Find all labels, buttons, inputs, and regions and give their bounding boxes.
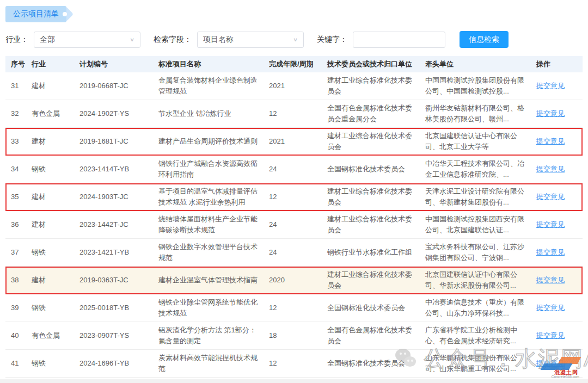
cell-period: 24 bbox=[269, 245, 327, 260]
table-body: 31 建材 2019-0668T-JC 金属复合装饰材料企业绿色制造管理规范 2… bbox=[5, 72, 583, 378]
submit-feedback-link[interactable]: 提交意见 bbox=[536, 109, 565, 118]
table-row: 32 有色金属 2024-1902T-YS 节水型企业 钴冶炼行业 12 全国有… bbox=[5, 100, 583, 128]
cell-period: 12 bbox=[269, 106, 327, 121]
cell-committee: 建材工业综合标准化技术委员会 bbox=[327, 184, 425, 210]
submit-feedback-link[interactable]: 提交意见 bbox=[536, 193, 565, 201]
cell-period: 24 bbox=[269, 162, 327, 177]
cell-committee: 钢铁行业节水标准化工作组 bbox=[327, 245, 425, 260]
cell-plan-no: 2023-1414T-YB bbox=[79, 162, 158, 177]
bottom-divider bbox=[0, 379, 588, 383]
search-field-label: 检索字段： bbox=[154, 35, 192, 45]
cell-committee: 全国钢标准化技术委员会 bbox=[327, 300, 425, 316]
table-row: 35 建材 2024-1903T-JC 基于项目的温室气体减排量评估技术规范 水… bbox=[5, 183, 583, 211]
col-header-plan-no: 计划编号 bbox=[79, 57, 158, 72]
cell-period: 2020 bbox=[269, 273, 327, 288]
col-header-committee: 技术委员会或技术归口单位 bbox=[327, 57, 425, 72]
page: 公示项目清单 行业： 全部 ∨ 检索字段： 项目名称 ∨ 关键字： 信息检索 序… bbox=[0, 0, 588, 383]
industry-label: 行业： bbox=[5, 35, 28, 45]
cell-no: 39 bbox=[5, 300, 32, 316]
table-row: 39 钢铁 2025-0018T-YB 钢铁企业除尘管网系统节能优化技术规范 1… bbox=[5, 294, 583, 322]
cell-committee: 全国钢标准化技术委员会 bbox=[327, 162, 425, 177]
col-header-period: 完成年限/周期 bbox=[269, 57, 327, 72]
table-row: 31 建材 2019-0668T-JC 金属复合装饰材料企业绿色制造管理规范 2… bbox=[5, 72, 583, 100]
cell-period: 12 bbox=[269, 300, 327, 316]
cell-no: 41 bbox=[5, 356, 32, 371]
submit-feedback-link[interactable]: 提交意见 bbox=[536, 276, 565, 284]
section-tag-label: 公示项目清单 bbox=[5, 6, 66, 22]
cell-industry: 钢铁 bbox=[32, 162, 79, 177]
col-header-industry: 行业 bbox=[32, 57, 79, 72]
cell-committee: 全国钢标准化技术委员会 bbox=[327, 356, 425, 371]
submit-feedback-link[interactable]: 提交意见 bbox=[536, 220, 565, 228]
cell-committee: 建材工业综合标准化技术委员会 bbox=[327, 212, 425, 238]
cell-industry: 钢铁 bbox=[32, 300, 79, 316]
submit-feedback-link[interactable]: 提交意见 bbox=[536, 359, 565, 367]
cell-lead: 衢州华友钴新材料有限公司、格林美股份有限公司、赣州... bbox=[425, 101, 536, 127]
col-header-no: 序号 bbox=[5, 57, 32, 72]
cell-industry: 钢铁 bbox=[32, 356, 79, 371]
chevron-down-icon: ∨ bbox=[293, 36, 298, 42]
cell-no: 37 bbox=[5, 245, 32, 260]
cell-lead: 中国国检测试控股集团西安有限公司、北京国建联信认证... bbox=[425, 212, 536, 238]
cell-industry: 有色金属 bbox=[32, 106, 79, 121]
industry-select-value: 全部 bbox=[40, 35, 55, 45]
cell-plan-no: 2024-1696T-YB bbox=[79, 356, 158, 371]
cell-plan-no: 2023-0907T-YS bbox=[79, 328, 158, 343]
cell-no: 35 bbox=[5, 189, 32, 205]
table-row: 38 建材 2019-0363T-JC 建材企业温室气体管理技术指南 2020 … bbox=[5, 267, 583, 294]
cell-period: 12 bbox=[269, 356, 327, 371]
table-header: 序号 行业 计划编号 标准项目名称 完成年限/周期 技术委员会或技术归口单位 牵… bbox=[5, 56, 583, 72]
keyword-label: 关键字： bbox=[317, 35, 347, 45]
cell-committee: 全国有色金属标准化技术委员会 bbox=[327, 323, 425, 349]
submit-feedback-link[interactable]: 提交意见 bbox=[536, 165, 565, 173]
cell-plan-no: 2019-0363T-JC bbox=[79, 273, 158, 288]
cell-period: 12 bbox=[269, 189, 327, 205]
search-button[interactable]: 信息检索 bbox=[460, 31, 509, 48]
cell-industry: 钢铁 bbox=[32, 245, 79, 260]
table-row: 41 钢铁 2024-1696T-YB 炭素材料高效节能混捏机技术规范 12 全… bbox=[5, 350, 583, 378]
cell-period: 2021 bbox=[269, 134, 327, 149]
cell-plan-no: 2023-1421T-YB bbox=[79, 245, 158, 260]
cell-plan-no: 2025-0018T-YB bbox=[79, 300, 158, 316]
cell-no: 33 bbox=[5, 134, 32, 149]
cell-period: 18 bbox=[269, 328, 327, 343]
cell-industry: 有色金属 bbox=[32, 328, 79, 343]
table-row: 37 钢铁 2023-1421T-YB 钢铁企业数字水效管理平台技术规范 24 … bbox=[5, 239, 583, 267]
cell-plan-no: 2019-1681T-JC bbox=[79, 134, 158, 149]
cell-industry: 建材 bbox=[32, 134, 79, 149]
cell-no: 31 bbox=[5, 78, 32, 94]
cell-period: 24 bbox=[269, 217, 327, 232]
submit-feedback-link[interactable]: 提交意见 bbox=[536, 137, 565, 145]
cell-lead: 北京国建联信认证中心有限公司、北京工业大学等 bbox=[425, 128, 536, 155]
submit-feedback-link[interactable]: 提交意见 bbox=[536, 82, 565, 90]
cell-industry: 建材 bbox=[32, 217, 79, 232]
cell-lead: 中冶赛迪信息技术（重庆）有限公司、山东力净环保科技... bbox=[425, 295, 536, 321]
cell-name: 建材产品生命周期评价技术通则 bbox=[158, 134, 269, 149]
cell-plan-no: 2023-1442T-JC bbox=[79, 217, 158, 232]
filter-bar: 行业： 全部 ∨ 检索字段： 项目名称 ∨ 关键字： 信息检索 bbox=[5, 31, 583, 48]
col-header-lead: 牵头单位 bbox=[425, 57, 536, 72]
table-row: 34 钢铁 2023-1414T-YB 钢铁行业产城融合水资源高效循环利用指南 … bbox=[5, 156, 583, 183]
cell-lead: 中国国检测试控股集团股份有限公司、中国国检测试控股... bbox=[425, 73, 536, 99]
cell-plan-no: 2024-1902T-YS bbox=[79, 106, 158, 121]
submit-feedback-link[interactable]: 提交意见 bbox=[536, 304, 565, 312]
cell-name: 钢铁企业除尘管网系统节能优化技术规范 bbox=[158, 295, 269, 321]
keyword-input[interactable] bbox=[353, 32, 445, 48]
table-row: 40 有色金属 2023-0907T-YS 铝灰渣化学分析方法 第1部分：氟含量… bbox=[5, 322, 583, 350]
cell-lead: 北京国建联信认证中心有限公司、华新水泥股份有限公司... bbox=[425, 267, 536, 293]
cell-no: 34 bbox=[5, 162, 32, 177]
cell-name: 基于项目的温室气体减排量评估技术规范 水泥行业余热利用 bbox=[158, 184, 269, 210]
industry-select[interactable]: 全部 ∨ bbox=[34, 32, 140, 48]
table-row: 36 建材 2023-1442T-JC 烧结墙体屋面材料生产企业节能降碳诊断技术… bbox=[5, 211, 583, 239]
submit-feedback-link[interactable]: 提交意见 bbox=[536, 331, 565, 339]
cell-lead: 宝武水务科技有限公司、江苏沙钢集团有限公司、宁波钢... bbox=[425, 239, 536, 265]
col-header-name: 标准项目名称 bbox=[158, 57, 269, 72]
cell-name: 节水型企业 钴冶炼行业 bbox=[158, 106, 269, 121]
submit-feedback-link[interactable]: 提交意见 bbox=[536, 248, 565, 256]
cell-plan-no: 2019-0668T-JC bbox=[79, 78, 158, 94]
search-field-select[interactable]: 项目名称 ∨ bbox=[197, 32, 304, 48]
cell-name: 建材企业温室气体管理技术指南 bbox=[158, 273, 269, 288]
cell-name: 烧结墙体屋面材料生产企业节能降碳诊断技术规范 bbox=[158, 212, 269, 238]
cell-no: 40 bbox=[5, 328, 32, 343]
cell-committee: 全国有色金属标准化技术委员会重金属分会 bbox=[327, 101, 425, 127]
